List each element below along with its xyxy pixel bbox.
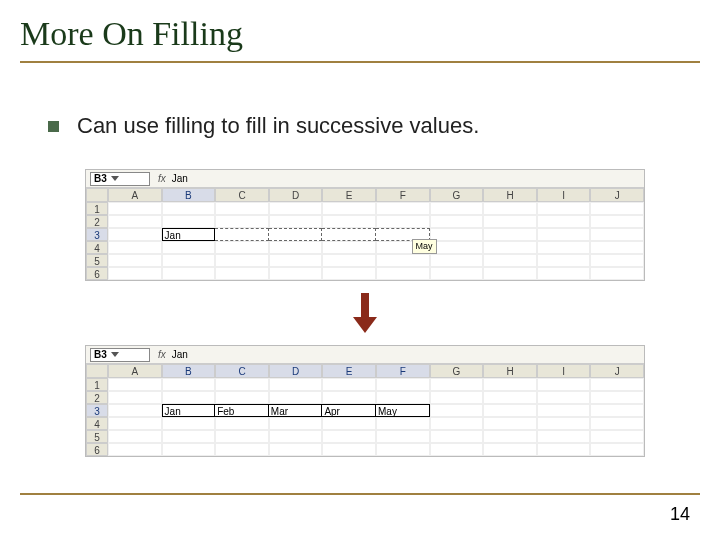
- col-header[interactable]: I: [537, 364, 591, 378]
- cell[interactable]: [322, 378, 376, 391]
- fx-label[interactable]: fx: [158, 173, 166, 184]
- cell[interactable]: [215, 443, 269, 456]
- cell[interactable]: [215, 202, 269, 215]
- cell[interactable]: [590, 404, 644, 417]
- row-header[interactable]: 4: [86, 241, 108, 254]
- cell[interactable]: [430, 241, 484, 254]
- cell[interactable]: [537, 404, 591, 417]
- cell[interactable]: [590, 241, 644, 254]
- cell[interactable]: [590, 378, 644, 391]
- cell[interactable]: [376, 267, 430, 280]
- row-header[interactable]: 4: [86, 417, 108, 430]
- cell[interactable]: [215, 267, 269, 280]
- cell[interactable]: [269, 267, 323, 280]
- col-header[interactable]: D: [269, 364, 323, 378]
- cell[interactable]: [108, 417, 162, 430]
- cell[interactable]: [322, 228, 376, 241]
- cell[interactable]: [322, 215, 376, 228]
- cell[interactable]: [590, 267, 644, 280]
- cell[interactable]: [430, 228, 484, 241]
- cell[interactable]: [215, 254, 269, 267]
- cell[interactable]: [269, 241, 323, 254]
- cell[interactable]: [108, 267, 162, 280]
- cell[interactable]: [322, 267, 376, 280]
- cell[interactable]: [430, 267, 484, 280]
- cell[interactable]: [590, 215, 644, 228]
- row-header[interactable]: 5: [86, 254, 108, 267]
- cell[interactable]: [162, 391, 216, 404]
- formula-value[interactable]: Jan: [172, 349, 188, 360]
- col-header[interactable]: J: [590, 364, 644, 378]
- cell[interactable]: [376, 202, 430, 215]
- name-box[interactable]: B3: [90, 348, 150, 362]
- cell[interactable]: [376, 417, 430, 430]
- cell[interactable]: [108, 378, 162, 391]
- corner-cell[interactable]: [86, 364, 108, 378]
- cell[interactable]: [590, 228, 644, 241]
- row-header[interactable]: 3: [86, 228, 108, 241]
- cell[interactable]: [537, 241, 591, 254]
- col-header[interactable]: B: [162, 188, 216, 202]
- cell[interactable]: [537, 254, 591, 267]
- cell[interactable]: [590, 430, 644, 443]
- cell[interactable]: [483, 430, 537, 443]
- formula-value[interactable]: Jan: [172, 173, 188, 184]
- cell[interactable]: [269, 202, 323, 215]
- cell[interactable]: [162, 430, 216, 443]
- cell[interactable]: [537, 378, 591, 391]
- cell[interactable]: [269, 215, 323, 228]
- col-header[interactable]: E: [322, 364, 376, 378]
- cell[interactable]: [483, 378, 537, 391]
- col-header[interactable]: G: [430, 188, 484, 202]
- cell[interactable]: [322, 391, 376, 404]
- cell[interactable]: [108, 228, 162, 241]
- cell[interactable]: [590, 417, 644, 430]
- cell[interactable]: [162, 254, 216, 267]
- col-header[interactable]: G: [430, 364, 484, 378]
- cell[interactable]: [269, 228, 323, 241]
- cell-b3[interactable]: Jan: [162, 404, 216, 417]
- cell[interactable]: [269, 378, 323, 391]
- dropdown-icon[interactable]: [111, 176, 119, 181]
- cell[interactable]: [430, 391, 484, 404]
- cell[interactable]: [430, 215, 484, 228]
- cell[interactable]: [537, 391, 591, 404]
- cell-e3[interactable]: Apr: [322, 404, 376, 417]
- cell[interactable]: [376, 254, 430, 267]
- cell-d3[interactable]: Mar: [269, 404, 323, 417]
- cell[interactable]: [430, 404, 484, 417]
- cell[interactable]: [376, 391, 430, 404]
- cell[interactable]: [215, 417, 269, 430]
- col-header[interactable]: J: [590, 188, 644, 202]
- col-header[interactable]: C: [215, 188, 269, 202]
- col-header[interactable]: D: [269, 188, 323, 202]
- cell[interactable]: [376, 430, 430, 443]
- cell[interactable]: [322, 241, 376, 254]
- col-header[interactable]: B: [162, 364, 216, 378]
- cell[interactable]: [215, 430, 269, 443]
- row-header[interactable]: 6: [86, 443, 108, 456]
- cell[interactable]: [215, 215, 269, 228]
- col-header[interactable]: F: [376, 364, 430, 378]
- cell[interactable]: [215, 391, 269, 404]
- cell[interactable]: [322, 202, 376, 215]
- cell[interactable]: [430, 443, 484, 456]
- cell[interactable]: [376, 378, 430, 391]
- cell[interactable]: [483, 443, 537, 456]
- cell[interactable]: [269, 391, 323, 404]
- cell[interactable]: [162, 443, 216, 456]
- cell[interactable]: [537, 430, 591, 443]
- col-header[interactable]: I: [537, 188, 591, 202]
- cell[interactable]: [108, 430, 162, 443]
- cell-c3[interactable]: Feb: [215, 404, 269, 417]
- cell[interactable]: [108, 391, 162, 404]
- cell[interactable]: [483, 215, 537, 228]
- cell[interactable]: [162, 241, 216, 254]
- cell[interactable]: [430, 430, 484, 443]
- cell[interactable]: May: [376, 228, 430, 241]
- col-header[interactable]: H: [483, 188, 537, 202]
- cell[interactable]: [537, 267, 591, 280]
- col-header[interactable]: A: [108, 188, 162, 202]
- col-header[interactable]: F: [376, 188, 430, 202]
- row-header[interactable]: 3: [86, 404, 108, 417]
